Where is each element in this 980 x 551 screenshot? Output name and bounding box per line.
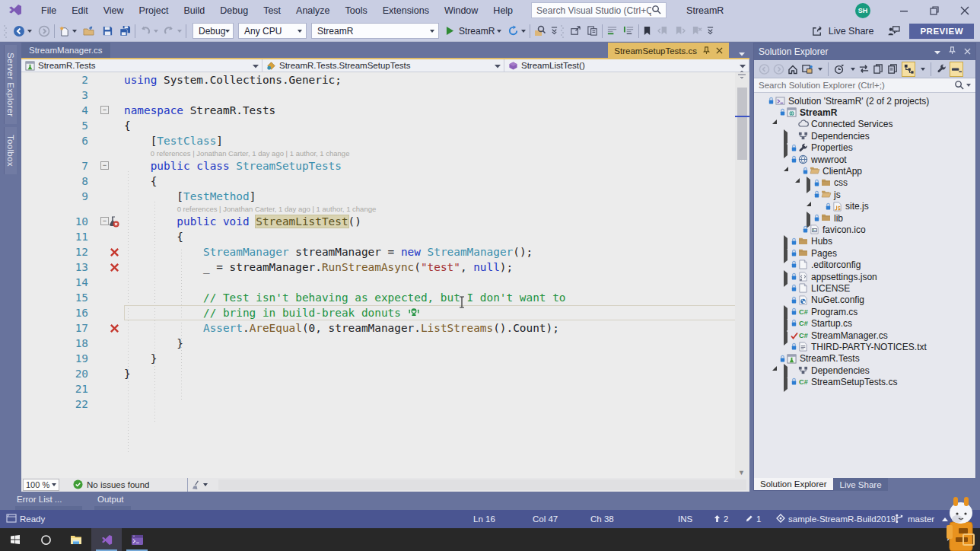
tree-item[interactable]: .editorconfig bbox=[754, 259, 975, 270]
pin-lite-icon[interactable] bbox=[948, 46, 956, 55]
zoom-selector[interactable]: 100 % bbox=[23, 479, 59, 491]
back-icon[interactable] bbox=[13, 25, 25, 37]
code-line-7[interactable]: 7− public class StreamSetupTests bbox=[21, 158, 749, 174]
menu-edit[interactable]: Edit bbox=[64, 0, 96, 21]
code-line-18[interactable]: 18 } bbox=[21, 336, 749, 351]
bookmark-clear-icon[interactable] bbox=[691, 26, 702, 36]
save-icon[interactable] bbox=[102, 25, 113, 37]
solution-explorer-search[interactable]: Search Solution Explorer (Ctrl+;) bbox=[754, 78, 975, 93]
tree-item[interactable]: site.js bbox=[754, 201, 975, 212]
close-dark-icon[interactable] bbox=[716, 47, 723, 54]
tree-expander[interactable] bbox=[805, 180, 813, 187]
health-indicator[interactable]: No issues found bbox=[73, 479, 149, 491]
fold-toggle[interactable]: − bbox=[100, 106, 109, 114]
attach-icon[interactable] bbox=[570, 25, 581, 37]
undo-icon[interactable] bbox=[139, 25, 151, 37]
menu-extensions[interactable]: Extensions bbox=[375, 0, 437, 21]
editor-horizontal-scrollbar[interactable] bbox=[218, 479, 746, 490]
code-line-5[interactable]: 5{ bbox=[21, 118, 749, 133]
nested-view-toggle[interactable] bbox=[902, 62, 915, 77]
live-share-button[interactable]: Live Share bbox=[811, 25, 874, 37]
preview-selected-toggle[interactable] bbox=[950, 62, 963, 77]
close-lite-icon[interactable] bbox=[964, 48, 971, 55]
scrollbar-thumb[interactable] bbox=[737, 88, 747, 160]
forward-icon[interactable] bbox=[759, 63, 770, 75]
tree-item[interactable]: Dependencies bbox=[754, 365, 975, 376]
open-folder-icon[interactable] bbox=[83, 25, 95, 37]
code-line-3[interactable]: 3 bbox=[21, 88, 749, 103]
tree-item[interactable]: wwwroot bbox=[754, 154, 975, 165]
minimize-button[interactable] bbox=[889, 0, 919, 21]
bookmark-icon[interactable] bbox=[643, 26, 651, 36]
code-line-11[interactable]: 11 { bbox=[21, 229, 749, 244]
code-line-20[interactable]: 20} bbox=[21, 366, 749, 381]
search-icon[interactable] bbox=[954, 80, 964, 90]
view-switch-icon[interactable] bbox=[801, 63, 813, 75]
tree-item[interactable]: Connected Services bbox=[754, 119, 975, 130]
maximize-button[interactable] bbox=[919, 0, 950, 21]
sidebar-tab-toolbox[interactable]: Toolbox bbox=[4, 127, 17, 174]
menu-project[interactable]: Project bbox=[132, 0, 177, 21]
sync-icon[interactable] bbox=[858, 63, 870, 75]
redo-icon[interactable] bbox=[163, 25, 175, 37]
tree-expander[interactable] bbox=[782, 132, 790, 140]
tree-item[interactable]: Dependencies bbox=[754, 130, 975, 142]
menu-test[interactable]: Test bbox=[256, 0, 288, 21]
new-file-icon[interactable] bbox=[59, 25, 70, 37]
tree-item[interactable]: C#Program.cs bbox=[754, 306, 975, 317]
tree-item[interactable]: THIRD-PARTY-NOTICES.txt bbox=[754, 341, 975, 352]
tree-expander[interactable] bbox=[782, 238, 790, 246]
code-line-15[interactable]: 15 // Test isn't behaving as expected, b… bbox=[21, 290, 749, 305]
home-icon[interactable] bbox=[788, 64, 798, 75]
chevron-down-lite-icon[interactable] bbox=[934, 51, 940, 55]
scroll-down-arrow[interactable]: ▼ bbox=[738, 469, 745, 476]
tree-item[interactable]: Hubs bbox=[754, 236, 975, 247]
comment-icon[interactable] bbox=[606, 25, 618, 37]
code-line-17[interactable]: 17 Assert.AreEqual(0, streamManager.List… bbox=[21, 320, 749, 336]
forward-icon[interactable] bbox=[773, 63, 784, 75]
terminal-taskbar-button[interactable] bbox=[122, 528, 152, 551]
tree-expander[interactable] bbox=[782, 273, 790, 281]
tree-item[interactable]: css bbox=[754, 177, 975, 189]
status-line[interactable]: Ln 16 bbox=[473, 514, 495, 524]
menu-tools[interactable]: Tools bbox=[338, 0, 375, 21]
tab-streamsetuptests[interactable]: StreamSetupTests.cs bbox=[608, 43, 729, 59]
code-line-4[interactable]: 4−namespace StreamR.Tests bbox=[21, 103, 749, 118]
tree-item[interactable]: C#StreamManager.cs bbox=[754, 330, 975, 341]
find-icon[interactable] bbox=[534, 25, 546, 37]
tree-expander[interactable] bbox=[771, 109, 778, 116]
platform-selector[interactable]: Any CPU bbox=[238, 23, 307, 39]
uncomment-icon[interactable] bbox=[623, 25, 635, 37]
tree-item[interactable]: Solution 'StreamR' (2 of 2 projects) bbox=[754, 95, 975, 107]
menu-file[interactable]: File bbox=[33, 0, 64, 21]
code-line-12[interactable]: 12 StreamManager streamManager = new Str… bbox=[21, 244, 749, 260]
tree-item[interactable]: appsettings.json bbox=[754, 271, 975, 282]
tree-expander[interactable] bbox=[782, 320, 790, 327]
copy-doc2-icon[interactable] bbox=[887, 63, 899, 75]
tree-item[interactable]: NuGet.config bbox=[754, 295, 975, 306]
code-line-2[interactable]: 2using System.Collections.Generic; bbox=[21, 72, 749, 88]
cortana-button[interactable] bbox=[30, 528, 61, 551]
outgoing-commits[interactable]: 2 bbox=[714, 514, 728, 524]
search-box[interactable]: Search Visual Studio (Ctrl+Q) bbox=[531, 2, 667, 18]
avatar[interactable]: SH bbox=[855, 3, 870, 18]
save-all-icon[interactable] bbox=[119, 25, 131, 37]
tree-expander[interactable] bbox=[782, 145, 790, 152]
codelens-info[interactable]: 0 references | Jonathan Carter, 1 day ag… bbox=[21, 204, 749, 214]
tree-expander[interactable] bbox=[782, 378, 790, 386]
panel-tab-solution-explorer[interactable]: Solution Explorer bbox=[753, 478, 834, 491]
test-failed-icon[interactable] bbox=[107, 215, 119, 228]
close-button[interactable] bbox=[950, 0, 980, 21]
tree-item[interactable]: C#Startup.cs bbox=[754, 317, 975, 329]
start-button[interactable] bbox=[0, 528, 30, 551]
autohide-tab-output[interactable]: Output bbox=[97, 495, 124, 504]
breadcrumb-segment[interactable]: StreamR.Tests bbox=[21, 59, 262, 72]
tab-streammanager[interactable]: StreamManager.cs bbox=[21, 43, 110, 58]
bookmark-next-icon[interactable] bbox=[674, 26, 686, 36]
solution-explorer-header[interactable]: Solution Explorer bbox=[754, 43, 975, 60]
menu-window[interactable]: Window bbox=[437, 0, 485, 21]
menu-help[interactable]: Help bbox=[485, 0, 520, 21]
tree-item[interactable]: Properties bbox=[754, 142, 975, 154]
tree-expander[interactable] bbox=[782, 332, 790, 339]
forward-icon[interactable] bbox=[38, 25, 50, 37]
